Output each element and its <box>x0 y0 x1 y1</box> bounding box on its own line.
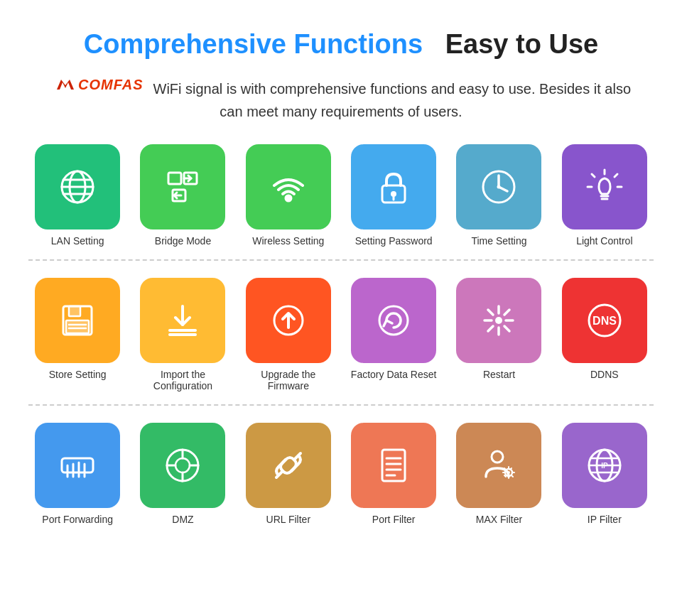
svg-line-42 <box>504 326 509 331</box>
icon-box-restart <box>456 278 541 363</box>
feature-port-forwarding: Port Forwarding <box>28 423 126 525</box>
comfast-logo: COMFAST <box>51 74 146 94</box>
icon-box-dmz <box>140 423 225 508</box>
feature-time-setting: Time Setting <box>450 144 548 247</box>
svg-point-70 <box>507 471 510 474</box>
feature-max-filter: MAX Filter <box>450 423 548 525</box>
title-dark: Easy to Use <box>445 29 598 59</box>
maxfilter-icon <box>477 444 520 487</box>
header-desc: COMFAST WiFi signal is with comprehensiv… <box>50 74 632 123</box>
label-store-setting: Store Setting <box>49 369 107 380</box>
icon-box-wireless <box>246 144 331 229</box>
svg-point-36 <box>379 306 408 335</box>
features-grid-2: Store Setting Import the Configuration <box>28 278 654 391</box>
feature-lan-setting: LAN Setting <box>28 144 126 247</box>
icon-box-bridge <box>140 144 225 229</box>
row-1: LAN Setting B <box>28 144 654 261</box>
feature-url-filter: URL Filter <box>239 423 337 525</box>
label-ddns: DDNS <box>590 369 619 380</box>
label-time-setting: Time Setting <box>471 235 526 247</box>
svg-line-75 <box>504 468 506 470</box>
feature-setting-password: Setting Password <box>345 144 443 247</box>
bulb-icon <box>583 166 626 208</box>
label-upgrade-firmware: Upgrade the Firmware <box>239 369 337 391</box>
import-icon <box>161 299 204 342</box>
globe-icon <box>56 166 99 208</box>
label-wireless-setting: Wireless Setting <box>252 235 324 247</box>
svg-text:DNS: DNS <box>592 315 617 327</box>
icon-box-password <box>351 144 436 229</box>
bridge-icon <box>161 166 204 208</box>
icon-box-ipfilter: IP <box>562 423 647 508</box>
reset-icon <box>372 299 415 342</box>
feature-store-setting: Store Setting <box>28 278 126 391</box>
label-import-config: Import the Configuration <box>134 369 232 391</box>
svg-marker-0 <box>57 80 74 90</box>
svg-rect-28 <box>66 320 89 333</box>
features-grid-3: Port Forwarding DMZ <box>28 423 654 525</box>
feature-ip-filter: IP IP Filter <box>556 423 654 525</box>
svg-rect-27 <box>69 306 80 316</box>
icon-box-reset <box>351 278 436 363</box>
header-title: Comprehensive Functions Easy to Use <box>28 28 654 61</box>
icon-box-upgrade <box>246 278 331 363</box>
label-max-filter: MAX Filter <box>476 514 522 525</box>
header-section: Comprehensive Functions Easy to Use COMF… <box>28 28 654 123</box>
svg-line-43 <box>504 310 509 315</box>
label-dmz: DMZ <box>172 514 193 525</box>
label-port-filter: Port Filter <box>372 514 416 525</box>
svg-line-44 <box>488 326 493 331</box>
wifi-icon <box>267 166 310 208</box>
label-port-forwarding: Port Forwarding <box>42 514 113 525</box>
feature-port-filter: Port Filter <box>345 423 443 525</box>
label-ip-filter: IP Filter <box>588 514 622 525</box>
icon-box-store <box>35 278 120 363</box>
clock-icon <box>477 166 520 208</box>
restart-icon <box>477 299 520 342</box>
icon-box-portfilter <box>351 423 436 508</box>
svg-point-18 <box>497 185 501 188</box>
feature-dmz: DMZ <box>134 423 232 525</box>
svg-line-77 <box>510 468 512 470</box>
icon-box-time <box>456 144 541 229</box>
divider-1 <box>28 259 654 261</box>
feature-bridge-mode: Bridge Mode <box>134 144 232 247</box>
title-blue: Comprehensive Functions <box>84 29 423 59</box>
label-setting-password: Setting Password <box>355 235 433 247</box>
svg-line-78 <box>504 475 506 477</box>
feature-light-control: Light Control <box>556 144 654 247</box>
label-light-control: Light Control <box>576 235 632 247</box>
dns-icon: DNS <box>583 299 626 342</box>
feature-factory-reset: Factory Data Reset <box>345 278 443 391</box>
svg-text:IP: IP <box>601 462 608 470</box>
svg-line-23 <box>592 174 595 177</box>
lock-icon <box>372 166 415 208</box>
portfilter-icon <box>372 444 415 487</box>
features-grid-1: LAN Setting B <box>28 144 654 247</box>
svg-point-45 <box>495 317 502 324</box>
urlfilter-icon <box>267 444 310 487</box>
dmz-icon <box>161 444 204 487</box>
svg-rect-7 <box>168 173 181 184</box>
upgrade-icon <box>267 299 310 342</box>
row-3: Port Forwarding DMZ <box>28 423 654 525</box>
feature-upgrade-firmware: Upgrade the Firmware <box>239 278 337 391</box>
svg-line-76 <box>512 475 513 477</box>
svg-point-11 <box>286 195 291 201</box>
row-2: Store Setting Import the Configuration <box>28 278 654 406</box>
icon-box-import <box>140 278 225 363</box>
feature-import-config: Import the Configuration <box>134 278 232 391</box>
portfwd-icon <box>56 444 99 487</box>
svg-line-20 <box>615 174 617 177</box>
ipfilter-icon: IP <box>583 444 626 487</box>
icon-box-lan <box>35 144 120 229</box>
label-url-filter: URL Filter <box>266 514 311 525</box>
icon-box-ddns: DNS <box>562 278 647 363</box>
svg-text:COMFAST: COMFAST <box>78 77 144 92</box>
label-lan-setting: LAN Setting <box>51 235 104 247</box>
feature-restart: Restart <box>450 278 548 391</box>
label-restart: Restart <box>483 369 515 380</box>
header-desc-text: WiFi signal is with comprehensive functi… <box>153 81 632 119</box>
icon-box-urlfilter <box>246 423 331 508</box>
divider-2 <box>28 404 654 406</box>
